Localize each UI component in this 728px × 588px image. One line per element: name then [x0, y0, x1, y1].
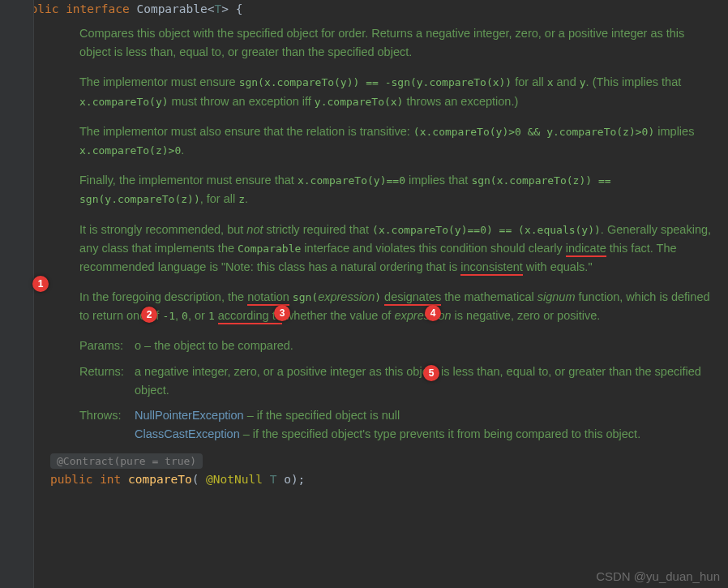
doc-para-transitive: The implementor must also ensure that th…	[79, 122, 713, 160]
throws-row: Throws: NullPointerException – if the sp…	[79, 406, 713, 444]
code-content: public interface Comparable<T> { Compare…	[11, 0, 728, 508]
watermark: CSDN @yu_duan_hun	[596, 569, 720, 583]
underline-indicate: indicate	[566, 242, 606, 257]
underline-inconsistent: inconsistent	[460, 260, 523, 276]
doc-para-recommended: It is strongly recommended, but not stri…	[79, 221, 713, 277]
closing-brace: }	[16, 490, 728, 508]
contract-annotation: @Contract(pure = true)	[50, 453, 203, 469]
annotation-marker-4[interactable]: 4	[425, 305, 441, 321]
doc-summary: Compares this object with the specified …	[79, 24, 713, 62]
params-label: Params:	[79, 337, 128, 355]
underline-notation: notation	[247, 290, 289, 306]
underline-according-to: according to	[218, 309, 282, 324]
throws-label: Throws:	[79, 406, 128, 425]
underline-designates: designates	[384, 290, 441, 306]
exc-cce: ClassCastException	[135, 427, 240, 440]
interface-declaration: public interface Comparable<T> {	[16, 0, 728, 18]
doc-para-foregoing: In the foregoing description, the notati…	[79, 288, 713, 325]
method-declaration: public int compareTo( @NotNull T o);	[50, 469, 728, 490]
annotation-marker-3[interactable]: 3	[274, 305, 290, 321]
notnull-annotation: @NotNull	[206, 473, 263, 486]
keyword-interface: interface	[66, 2, 130, 15]
annotation-marker-2[interactable]: 2	[141, 307, 157, 323]
gutter	[0, 0, 34, 588]
exc-npe: NullPointerException	[135, 409, 244, 422]
annotation-marker-5[interactable]: 5	[423, 365, 439, 381]
annotation-marker-1[interactable]: 1	[32, 276, 49, 292]
returns-label: Returns:	[79, 363, 128, 400]
params-row: Params: o – the object to be compared.	[79, 337, 713, 355]
doc-para-sgn: The implementor must ensure sgn(x.compar…	[79, 73, 713, 110]
doc-para-finally: Finally, the implementor must ensure tha…	[79, 171, 713, 208]
type-name: Comparable	[136, 2, 207, 15]
javadoc-popup: Compares this object with the specified …	[79, 24, 713, 444]
generic-t: T	[214, 2, 221, 15]
returns-row: Returns: a negative integer, zero, or a …	[79, 363, 713, 400]
method-name: compareTo	[128, 473, 192, 486]
params-text: o – the object to be compared.	[135, 337, 293, 355]
